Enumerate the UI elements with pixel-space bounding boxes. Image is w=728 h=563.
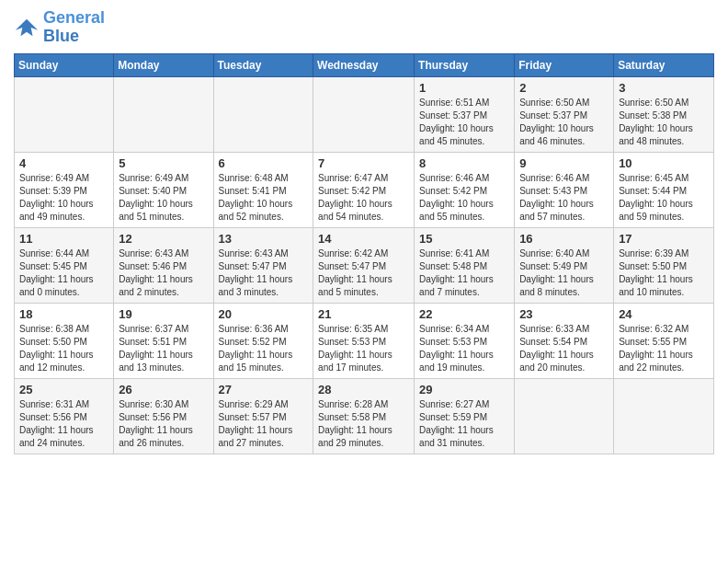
day-number: 21: [318, 307, 409, 321]
day-info: Sunrise: 6:40 AMSunset: 5:49 PMDaylight:…: [519, 247, 609, 299]
day-info: Sunrise: 6:46 AMSunset: 5:42 PMDaylight:…: [419, 172, 509, 224]
calendar-week-row: 18 Sunrise: 6:38 AMSunset: 5:50 PMDaylig…: [15, 303, 714, 378]
calendar-day-cell: [114, 76, 213, 152]
day-number: 5: [119, 156, 208, 170]
day-number: 4: [19, 156, 108, 170]
day-info: Sunrise: 6:35 AMSunset: 5:53 PMDaylight:…: [318, 323, 409, 374]
calendar-header: SundayMondayTuesdayWednesdayThursdayFrid…: [15, 53, 714, 76]
day-number: 14: [318, 232, 409, 246]
calendar-day-cell: 21 Sunrise: 6:35 AMSunset: 5:53 PMDaylig…: [313, 303, 415, 378]
calendar-day-cell: [515, 378, 614, 454]
day-number: 9: [519, 156, 609, 170]
calendar-day-cell: 1 Sunrise: 6:51 AMSunset: 5:37 PMDayligh…: [415, 76, 515, 152]
calendar-week-row: 11 Sunrise: 6:44 AMSunset: 5:45 PMDaylig…: [15, 227, 714, 303]
day-number: 13: [219, 232, 309, 246]
day-info: Sunrise: 6:41 AMSunset: 5:48 PMDaylight:…: [419, 247, 509, 299]
day-info: Sunrise: 6:44 AMSunset: 5:45 PMDaylight:…: [19, 247, 108, 299]
day-info: Sunrise: 6:30 AMSunset: 5:56 PMDaylight:…: [119, 398, 208, 450]
logo: General Blue: [14, 9, 105, 46]
calendar-table: SundayMondayTuesdayWednesdayThursdayFrid…: [14, 53, 714, 454]
calendar-day-cell: 19 Sunrise: 6:37 AMSunset: 5:51 PMDaylig…: [114, 303, 213, 378]
day-info: Sunrise: 6:27 AMSunset: 5:59 PMDaylight:…: [419, 398, 509, 450]
calendar-week-row: 25 Sunrise: 6:31 AMSunset: 5:56 PMDaylig…: [15, 378, 714, 454]
weekday-header: Tuesday: [213, 53, 313, 76]
calendar-body: 1 Sunrise: 6:51 AMSunset: 5:37 PMDayligh…: [15, 76, 714, 454]
day-info: Sunrise: 6:37 AMSunset: 5:51 PMDaylight:…: [119, 323, 208, 374]
day-info: Sunrise: 6:39 AMSunset: 5:50 PMDaylight:…: [619, 247, 709, 299]
calendar-day-cell: 22 Sunrise: 6:34 AMSunset: 5:53 PMDaylig…: [415, 303, 515, 378]
calendar-day-cell: 10 Sunrise: 6:45 AMSunset: 5:44 PMDaylig…: [614, 152, 714, 227]
day-number: 1: [419, 81, 509, 95]
day-number: 16: [519, 232, 609, 246]
day-number: 6: [219, 156, 309, 170]
calendar-week-row: 1 Sunrise: 6:51 AMSunset: 5:37 PMDayligh…: [15, 76, 714, 152]
day-info: Sunrise: 6:43 AMSunset: 5:47 PMDaylight:…: [219, 247, 309, 299]
weekday-header: Wednesday: [313, 53, 415, 76]
day-info: Sunrise: 6:46 AMSunset: 5:43 PMDaylight:…: [519, 172, 609, 224]
calendar-day-cell: 16 Sunrise: 6:40 AMSunset: 5:49 PMDaylig…: [515, 227, 614, 303]
calendar-week-row: 4 Sunrise: 6:49 AMSunset: 5:39 PMDayligh…: [15, 152, 714, 227]
day-number: 17: [619, 232, 709, 246]
day-number: 25: [19, 383, 108, 396]
day-info: Sunrise: 6:47 AMSunset: 5:42 PMDaylight:…: [318, 172, 409, 224]
day-number: 11: [19, 232, 108, 246]
day-info: Sunrise: 6:45 AMSunset: 5:44 PMDaylight:…: [619, 172, 709, 224]
calendar-day-cell: [313, 76, 415, 152]
calendar-day-cell: 27 Sunrise: 6:29 AMSunset: 5:57 PMDaylig…: [213, 378, 313, 454]
calendar-day-cell: 29 Sunrise: 6:27 AMSunset: 5:59 PMDaylig…: [415, 378, 515, 454]
day-number: 22: [419, 307, 509, 321]
weekday-header: Thursday: [415, 53, 515, 76]
day-info: Sunrise: 6:42 AMSunset: 5:47 PMDaylight:…: [318, 247, 409, 299]
day-number: 7: [318, 156, 409, 170]
day-number: 8: [419, 156, 509, 170]
calendar-day-cell: 23 Sunrise: 6:33 AMSunset: 5:54 PMDaylig…: [515, 303, 614, 378]
weekday-row: SundayMondayTuesdayWednesdayThursdayFrid…: [15, 53, 714, 76]
day-info: Sunrise: 6:48 AMSunset: 5:41 PMDaylight:…: [219, 172, 309, 224]
day-info: Sunrise: 6:28 AMSunset: 5:58 PMDaylight:…: [318, 398, 409, 450]
calendar-day-cell: 5 Sunrise: 6:49 AMSunset: 5:40 PMDayligh…: [114, 152, 213, 227]
day-info: Sunrise: 6:50 AMSunset: 5:38 PMDaylight:…: [619, 97, 709, 148]
calendar-day-cell: 15 Sunrise: 6:41 AMSunset: 5:48 PMDaylig…: [415, 227, 515, 303]
day-info: Sunrise: 6:43 AMSunset: 5:46 PMDaylight:…: [119, 247, 208, 299]
calendar-day-cell: 18 Sunrise: 6:38 AMSunset: 5:50 PMDaylig…: [15, 303, 114, 378]
logo-icon: [14, 15, 40, 40]
day-number: 18: [19, 307, 108, 321]
day-info: Sunrise: 6:32 AMSunset: 5:55 PMDaylight:…: [619, 323, 709, 374]
day-info: Sunrise: 6:29 AMSunset: 5:57 PMDaylight:…: [219, 398, 309, 450]
day-number: 29: [419, 383, 509, 396]
day-number: 23: [519, 307, 609, 321]
day-info: Sunrise: 6:49 AMSunset: 5:40 PMDaylight:…: [119, 172, 208, 224]
svg-marker-0: [16, 18, 38, 36]
logo-text: General Blue: [43, 9, 105, 46]
day-info: Sunrise: 6:33 AMSunset: 5:54 PMDaylight:…: [519, 323, 609, 374]
day-info: Sunrise: 6:36 AMSunset: 5:52 PMDaylight:…: [219, 323, 309, 374]
day-number: 3: [619, 81, 709, 95]
calendar-day-cell: 17 Sunrise: 6:39 AMSunset: 5:50 PMDaylig…: [614, 227, 714, 303]
calendar-day-cell: 25 Sunrise: 6:31 AMSunset: 5:56 PMDaylig…: [15, 378, 114, 454]
weekday-header: Sunday: [15, 53, 114, 76]
day-number: 10: [619, 156, 709, 170]
calendar-day-cell: 11 Sunrise: 6:44 AMSunset: 5:45 PMDaylig…: [15, 227, 114, 303]
weekday-header: Saturday: [614, 53, 714, 76]
calendar-day-cell: 9 Sunrise: 6:46 AMSunset: 5:43 PMDayligh…: [515, 152, 614, 227]
calendar-day-cell: 4 Sunrise: 6:49 AMSunset: 5:39 PMDayligh…: [15, 152, 114, 227]
calendar-day-cell: 7 Sunrise: 6:47 AMSunset: 5:42 PMDayligh…: [313, 152, 415, 227]
day-number: 26: [119, 383, 208, 396]
day-number: 20: [219, 307, 309, 321]
weekday-header: Friday: [515, 53, 614, 76]
day-number: 15: [419, 232, 509, 246]
calendar-day-cell: 20 Sunrise: 6:36 AMSunset: 5:52 PMDaylig…: [213, 303, 313, 378]
calendar-day-cell: 14 Sunrise: 6:42 AMSunset: 5:47 PMDaylig…: [313, 227, 415, 303]
calendar-day-cell: 3 Sunrise: 6:50 AMSunset: 5:38 PMDayligh…: [614, 76, 714, 152]
day-info: Sunrise: 6:50 AMSunset: 5:37 PMDaylight:…: [519, 97, 609, 148]
day-number: 2: [519, 81, 609, 95]
day-number: 28: [318, 383, 409, 396]
calendar-day-cell: 26 Sunrise: 6:30 AMSunset: 5:56 PMDaylig…: [114, 378, 213, 454]
day-number: 27: [219, 383, 309, 396]
calendar-day-cell: 8 Sunrise: 6:46 AMSunset: 5:42 PMDayligh…: [415, 152, 515, 227]
calendar-day-cell: 6 Sunrise: 6:48 AMSunset: 5:41 PMDayligh…: [213, 152, 313, 227]
calendar-day-cell: 13 Sunrise: 6:43 AMSunset: 5:47 PMDaylig…: [213, 227, 313, 303]
day-number: 19: [119, 307, 208, 321]
day-info: Sunrise: 6:38 AMSunset: 5:50 PMDaylight:…: [19, 323, 108, 374]
calendar-day-cell: 28 Sunrise: 6:28 AMSunset: 5:58 PMDaylig…: [313, 378, 415, 454]
